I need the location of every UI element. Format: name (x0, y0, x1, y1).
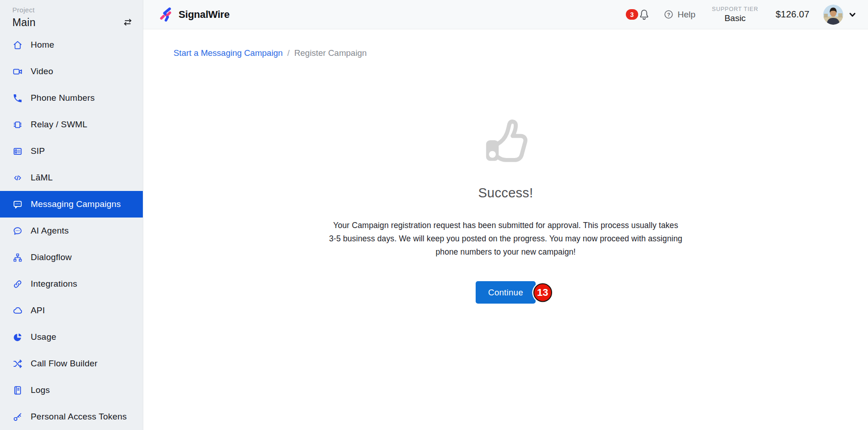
sidebar-item-relay-swml[interactable]: Relay / SWML (0, 111, 143, 138)
success-message: Your Campaign registration request has b… (143, 219, 868, 259)
sidebar-item-label: Dialogflow (31, 252, 72, 262)
sidebar-item-sip[interactable]: SIP (0, 138, 143, 164)
brand-name: SignalWire (179, 9, 230, 21)
sidebar-item-usage[interactable]: Usage (0, 324, 143, 350)
sitemap-icon (12, 252, 23, 263)
top-header: SignalWire 3 ? Help (143, 0, 868, 29)
sidebar-item-label: Logs (31, 385, 50, 395)
bell-icon (638, 8, 651, 21)
sidebar-item-ai-agents[interactable]: AI Agents (0, 218, 143, 244)
support-tier: SUPPORT TIER Basic (712, 6, 758, 23)
code-icon (12, 173, 23, 183)
link-icon (12, 279, 23, 289)
success-message-line: 3-5 business days. We will keep you post… (143, 232, 868, 245)
sidebar-item-phone-numbers[interactable]: Phone Numbers (0, 85, 143, 111)
video-camera-icon (12, 66, 23, 77)
success-message-line: phone numbers to your new campaign! (143, 245, 868, 259)
project-switcher: Project Main (0, 0, 143, 32)
breadcrumb-link-start-campaign[interactable]: Start a Messaging Campaign (174, 48, 283, 58)
avatar[interactable] (823, 5, 843, 25)
continue-button[interactable]: Continue (476, 281, 535, 304)
signalwire-logo-icon (158, 7, 174, 22)
pie-chart-icon (12, 332, 23, 343)
sidebar-item-label: Phone Numbers (31, 93, 95, 103)
phone-icon (12, 93, 23, 103)
sidebar-item-logs[interactable]: Logs (0, 377, 143, 403)
shuffle-icon (12, 359, 23, 369)
breadcrumb: Start a Messaging Campaign / Register Ca… (143, 29, 868, 58)
sidebar-item-home[interactable]: Home (0, 32, 143, 58)
chat-bubble-icon (12, 199, 23, 210)
svg-text:?: ? (667, 12, 670, 17)
thumbs-up-icon (481, 118, 531, 171)
sidebar-item-label: Home (31, 40, 54, 50)
success-message-line: Your Campaign registration request has b… (143, 219, 868, 232)
support-tier-label: SUPPORT TIER (712, 6, 758, 12)
sidebar-nav: Home Video Phone Numbers (0, 32, 143, 430)
annotation-marker-13: 13 (533, 283, 552, 302)
account-balance[interactable]: $126.07 (776, 9, 809, 20)
sidebar-item-label: AI Agents (31, 226, 69, 236)
notification-count-badge: 3 (626, 9, 638, 20)
chevron-down-icon (847, 9, 858, 20)
sidebar-item-label: LāML (31, 173, 53, 183)
sidebar-item-integrations[interactable]: Integrations (0, 271, 143, 297)
sidebar-item-video[interactable]: Video (0, 58, 143, 85)
account-menu-button[interactable] (847, 9, 859, 21)
swap-arrows-icon (121, 17, 134, 28)
sidebar-item-call-flow-builder[interactable]: Call Flow Builder (0, 350, 143, 377)
project-name: Main (12, 16, 136, 29)
sidebar-item-messaging-campaigns[interactable]: Messaging Campaigns (0, 191, 143, 218)
project-label: Project (12, 6, 136, 14)
sidebar-item-label: Messaging Campaigns (31, 199, 121, 209)
main-content: Start a Messaging Campaign / Register Ca… (143, 29, 868, 430)
notifications-button[interactable]: 3 (626, 8, 651, 21)
sidebar-item-label: Personal Access Tokens (31, 412, 127, 422)
question-mark-icon: ? (663, 9, 674, 20)
sidebar-item-label: Usage (31, 332, 56, 342)
signalwire-logo[interactable]: SignalWire (158, 7, 230, 22)
success-panel: Success! Your Campaign registration requ… (143, 118, 868, 304)
success-heading: Success! (143, 185, 868, 201)
sidebar-item-label: Relay / SWML (31, 120, 87, 130)
support-tier-value: Basic (712, 13, 758, 23)
chip-icon (12, 120, 23, 130)
desk-phone-icon (12, 146, 23, 157)
key-icon (12, 412, 23, 422)
breadcrumb-separator: / (288, 48, 290, 58)
book-icon (12, 385, 23, 396)
help-label: Help (678, 10, 695, 20)
cloud-icon (12, 305, 23, 316)
sidebar: Project Main Home (0, 0, 143, 430)
home-icon (12, 40, 23, 50)
sidebar-item-label: Call Flow Builder (31, 359, 98, 369)
sidebar-item-label: Video (31, 66, 53, 76)
sidebar-item-api[interactable]: API (0, 297, 143, 324)
sidebar-item-label: API (31, 305, 45, 316)
help-button[interactable]: ? Help (663, 9, 695, 20)
switch-project-button[interactable] (121, 16, 135, 28)
sidebar-item-label: SIP (31, 146, 45, 156)
sidebar-item-dialogflow[interactable]: Dialogflow (0, 244, 143, 271)
breadcrumb-current: Register Campaign (294, 48, 367, 58)
speech-bubble-icon (12, 226, 23, 236)
sidebar-item-personal-access-tokens[interactable]: Personal Access Tokens (0, 403, 143, 430)
sidebar-item-laml[interactable]: LāML (0, 164, 143, 191)
sidebar-item-label: Integrations (31, 279, 77, 289)
